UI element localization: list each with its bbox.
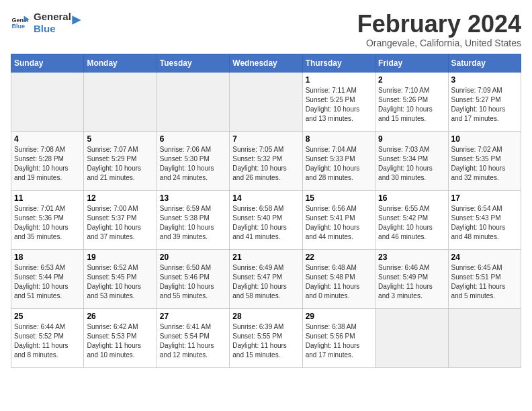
logo-general-text: General	[34, 11, 71, 23]
svg-text:Blue: Blue	[11, 23, 25, 30]
calendar-cell: 19Sunrise: 6:52 AMSunset: 5:45 PMDayligh…	[84, 249, 157, 308]
calendar-cell: 25Sunrise: 6:44 AMSunset: 5:52 PMDayligh…	[11, 308, 84, 367]
calendar-cell: 1Sunrise: 7:11 AMSunset: 5:25 PMDaylight…	[302, 72, 375, 131]
day-info: Sunrise: 6:54 AMSunset: 5:43 PMDaylight:…	[451, 204, 518, 242]
day-info: Sunrise: 6:59 AMSunset: 5:38 PMDaylight:…	[160, 204, 226, 242]
day-number: 9	[378, 134, 445, 144]
day-info: Sunrise: 6:45 AMSunset: 5:51 PMDaylight:…	[451, 263, 518, 301]
calendar-title: February 2024	[357, 11, 521, 38]
day-number: 25	[14, 312, 81, 321]
day-info: Sunrise: 6:39 AMSunset: 5:55 PMDaylight:…	[232, 322, 299, 360]
week-row-3: 11Sunrise: 7:01 AMSunset: 5:36 PMDayligh…	[11, 190, 521, 249]
logo-arrow-icon	[70, 13, 83, 27]
day-number: 26	[87, 312, 153, 321]
title-section: February 2024 Orangevale, California, Un…	[357, 11, 521, 48]
svg-marker-3	[72, 15, 81, 24]
day-info: Sunrise: 7:01 AMSunset: 5:36 PMDaylight:…	[14, 204, 81, 242]
day-info: Sunrise: 6:49 AMSunset: 5:47 PMDaylight:…	[232, 263, 299, 301]
day-header-monday: Monday	[84, 54, 157, 72]
logo-blue-text: Blue	[34, 23, 71, 35]
calendar-cell: 23Sunrise: 6:46 AMSunset: 5:49 PMDayligh…	[375, 249, 448, 308]
calendar-cell: 26Sunrise: 6:42 AMSunset: 5:53 PMDayligh…	[84, 308, 157, 367]
day-info: Sunrise: 6:56 AMSunset: 5:41 PMDaylight:…	[306, 204, 372, 242]
day-number: 15	[306, 193, 372, 203]
day-header-sunday: Sunday	[11, 54, 84, 72]
calendar-cell: 14Sunrise: 6:58 AMSunset: 5:40 PMDayligh…	[230, 190, 302, 249]
day-header-saturday: Saturday	[448, 54, 521, 72]
calendar-cell: 24Sunrise: 6:45 AMSunset: 5:51 PMDayligh…	[448, 249, 521, 308]
day-info: Sunrise: 7:09 AMSunset: 5:27 PMDaylight:…	[451, 86, 518, 124]
day-number: 18	[14, 253, 81, 262]
day-header-friday: Friday	[375, 54, 448, 72]
logo-icon: General Blue	[11, 13, 30, 32]
day-number: 4	[14, 134, 81, 144]
calendar-cell: 17Sunrise: 6:54 AMSunset: 5:43 PMDayligh…	[448, 190, 521, 249]
logo: General Blue General Blue	[11, 11, 83, 35]
calendar-cell: 21Sunrise: 6:49 AMSunset: 5:47 PMDayligh…	[230, 249, 302, 308]
day-number: 11	[14, 193, 81, 203]
calendar-subtitle: Orangevale, California, United States	[357, 38, 521, 48]
calendar-cell: 5Sunrise: 7:07 AMSunset: 5:29 PMDaylight…	[84, 131, 157, 190]
day-header-tuesday: Tuesday	[157, 54, 229, 72]
day-number: 3	[451, 75, 518, 85]
week-row-5: 25Sunrise: 6:44 AMSunset: 5:52 PMDayligh…	[11, 308, 521, 367]
day-info: Sunrise: 6:46 AMSunset: 5:49 PMDaylight:…	[378, 263, 445, 301]
day-info: Sunrise: 7:11 AMSunset: 5:25 PMDaylight:…	[306, 86, 372, 124]
day-number: 20	[160, 253, 226, 262]
day-info: Sunrise: 7:03 AMSunset: 5:34 PMDaylight:…	[378, 145, 445, 183]
day-info: Sunrise: 7:02 AMSunset: 5:35 PMDaylight:…	[451, 145, 518, 183]
day-number: 28	[232, 312, 299, 321]
calendar-cell: 9Sunrise: 7:03 AMSunset: 5:34 PMDaylight…	[375, 131, 448, 190]
calendar-cell	[375, 308, 448, 367]
calendar-cell: 16Sunrise: 6:55 AMSunset: 5:42 PMDayligh…	[375, 190, 448, 249]
day-number: 13	[160, 193, 226, 203]
calendar-cell: 20Sunrise: 6:50 AMSunset: 5:46 PMDayligh…	[157, 249, 229, 308]
day-number: 23	[378, 253, 445, 262]
week-row-2: 4Sunrise: 7:08 AMSunset: 5:28 PMDaylight…	[11, 131, 521, 190]
calendar-cell: 6Sunrise: 7:06 AMSunset: 5:30 PMDaylight…	[157, 131, 229, 190]
day-info: Sunrise: 7:08 AMSunset: 5:28 PMDaylight:…	[14, 145, 81, 183]
calendar-cell: 12Sunrise: 7:00 AMSunset: 5:37 PMDayligh…	[84, 190, 157, 249]
calendar-cell: 7Sunrise: 7:05 AMSunset: 5:32 PMDaylight…	[230, 131, 302, 190]
day-number: 1	[306, 75, 372, 85]
calendar-table: SundayMondayTuesdayWednesdayThursdayFrid…	[11, 54, 521, 368]
calendar-cell: 4Sunrise: 7:08 AMSunset: 5:28 PMDaylight…	[11, 131, 84, 190]
calendar-cell: 10Sunrise: 7:02 AMSunset: 5:35 PMDayligh…	[448, 131, 521, 190]
calendar-cell: 29Sunrise: 6:38 AMSunset: 5:56 PMDayligh…	[302, 308, 375, 367]
day-number: 5	[87, 134, 153, 144]
calendar-cell: 2Sunrise: 7:10 AMSunset: 5:26 PMDaylight…	[375, 72, 448, 131]
day-info: Sunrise: 6:38 AMSunset: 5:56 PMDaylight:…	[306, 322, 372, 360]
day-header-thursday: Thursday	[302, 54, 375, 72]
calendar-cell: 3Sunrise: 7:09 AMSunset: 5:27 PMDaylight…	[448, 72, 521, 131]
calendar-cell: 13Sunrise: 6:59 AMSunset: 5:38 PMDayligh…	[157, 190, 229, 249]
day-info: Sunrise: 7:04 AMSunset: 5:33 PMDaylight:…	[306, 145, 372, 183]
day-info: Sunrise: 7:05 AMSunset: 5:32 PMDaylight:…	[232, 145, 299, 183]
day-number: 27	[160, 312, 226, 321]
calendar-cell	[448, 308, 521, 367]
page-header: General Blue General Blue February 2024 …	[11, 11, 521, 48]
calendar-cell	[11, 72, 84, 131]
calendar-cell: 15Sunrise: 6:56 AMSunset: 5:41 PMDayligh…	[302, 190, 375, 249]
day-info: Sunrise: 6:42 AMSunset: 5:53 PMDaylight:…	[87, 322, 153, 360]
day-info: Sunrise: 6:52 AMSunset: 5:45 PMDaylight:…	[87, 263, 153, 301]
day-number: 22	[306, 253, 372, 262]
day-number: 8	[306, 134, 372, 144]
day-number: 14	[232, 193, 299, 203]
week-row-4: 18Sunrise: 6:53 AMSunset: 5:44 PMDayligh…	[11, 249, 521, 308]
calendar-cell: 28Sunrise: 6:39 AMSunset: 5:55 PMDayligh…	[230, 308, 302, 367]
calendar-cell	[157, 72, 229, 131]
day-number: 2	[378, 75, 445, 85]
calendar-cell: 18Sunrise: 6:53 AMSunset: 5:44 PMDayligh…	[11, 249, 84, 308]
day-info: Sunrise: 6:44 AMSunset: 5:52 PMDaylight:…	[14, 322, 81, 360]
calendar-cell	[230, 72, 302, 131]
calendar-cell: 27Sunrise: 6:41 AMSunset: 5:54 PMDayligh…	[157, 308, 229, 367]
day-number: 24	[451, 253, 518, 262]
day-number: 29	[306, 312, 372, 321]
week-row-1: 1Sunrise: 7:11 AMSunset: 5:25 PMDaylight…	[11, 72, 521, 131]
day-number: 19	[87, 253, 153, 262]
day-number: 7	[232, 134, 299, 144]
day-number: 6	[160, 134, 226, 144]
day-info: Sunrise: 7:00 AMSunset: 5:37 PMDaylight:…	[87, 204, 153, 242]
day-number: 21	[232, 253, 299, 262]
day-info: Sunrise: 6:48 AMSunset: 5:48 PMDaylight:…	[306, 263, 372, 301]
